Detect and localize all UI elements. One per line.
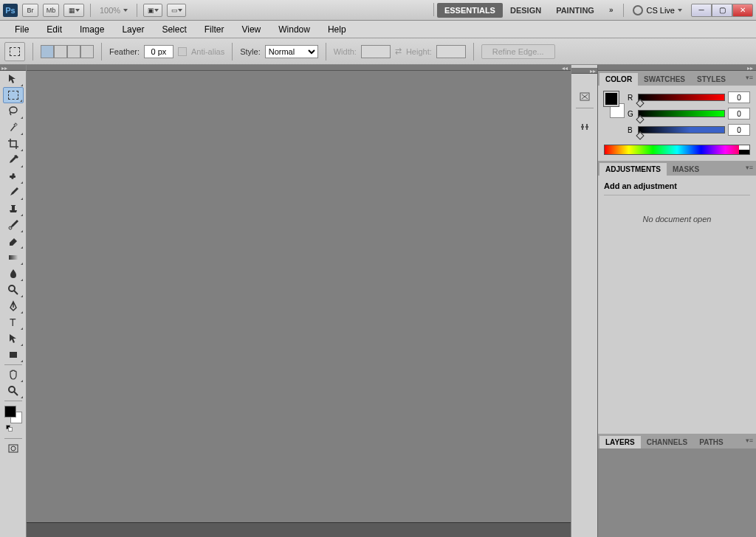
menu-image[interactable]: Image (71, 21, 113, 38)
fg-color-swatch[interactable] (604, 91, 619, 106)
menu-filter[interactable]: Filter (196, 21, 233, 38)
menu-layer[interactable]: Layer (113, 21, 153, 38)
selection-subtract-button[interactable] (67, 45, 80, 58)
rectangle-tool[interactable] (3, 347, 24, 363)
workspace-more-icon[interactable]: » (602, 3, 619, 18)
color-swatch-box[interactable] (604, 91, 625, 118)
move-tool[interactable] (3, 71, 24, 87)
tab-channels[interactable]: CHANNELS (641, 436, 694, 448)
b-input[interactable] (728, 124, 750, 136)
workspace-design[interactable]: DESIGN (503, 3, 549, 18)
lasso-tool[interactable] (3, 103, 24, 119)
svg-point-8 (9, 387, 15, 392)
cs-live-button[interactable]: CS Live (628, 5, 687, 15)
panel-menu-icon[interactable]: ▾≡ (746, 437, 753, 444)
menu-edit[interactable]: Edit (38, 21, 71, 38)
r-input[interactable] (728, 91, 750, 103)
bridge-button[interactable]: Br (22, 4, 38, 17)
minibridge-button[interactable]: Mb (43, 4, 59, 17)
adjustments-title: Add an adjustment (604, 181, 750, 190)
gradient-tool[interactable] (3, 249, 24, 266)
tab-paths[interactable]: PATHS (693, 436, 729, 448)
r-slider[interactable] (638, 94, 725, 101)
selection-new-button[interactable] (41, 45, 54, 58)
menu-file[interactable]: File (6, 21, 38, 38)
menu-window[interactable]: Window (269, 21, 319, 38)
clone-stamp-tool[interactable] (3, 201, 24, 217)
blur-tool[interactable] (3, 266, 24, 282)
adjustments-panel: ADJUSTMENTS MASKS ▾≡ Add an adjustment N… (598, 161, 756, 434)
color-swatches[interactable] (4, 406, 22, 423)
magic-wand-tool[interactable] (3, 119, 24, 136)
pen-tool[interactable] (3, 298, 24, 314)
style-select[interactable]: Normal (265, 45, 318, 58)
history-brush-tool[interactable] (3, 217, 24, 233)
crop-tool[interactable] (3, 136, 24, 152)
foreground-swatch[interactable] (4, 406, 16, 418)
tab-styles[interactable]: STYLES (691, 73, 732, 86)
path-selection-tool[interactable] (3, 330, 24, 347)
eyedropper-tool[interactable] (3, 152, 24, 168)
tab-swatches[interactable]: SWATCHES (638, 73, 691, 86)
zoom-display[interactable]: 100% (97, 6, 131, 15)
arrange-documents-button[interactable]: ▦ (63, 4, 84, 17)
svg-rect-4 (9, 255, 18, 260)
panel-menu-icon[interactable]: ▾≡ (746, 74, 753, 81)
color-spectrum[interactable] (604, 145, 750, 155)
window-controls: ─ ▢ ✕ (691, 4, 753, 17)
svg-point-0 (10, 107, 17, 113)
panel-dock: ▸▸ COLOR SWATCHES STYLES ▾≡ R G (597, 65, 756, 537)
properties-panel-icon[interactable] (576, 119, 594, 135)
r-label: R (628, 94, 635, 102)
workspace-essentials[interactable]: ESSENTIALS (437, 3, 503, 18)
healing-brush-tool[interactable] (3, 168, 24, 184)
selection-mode-group (41, 45, 94, 58)
zoom-tool[interactable] (3, 383, 24, 399)
tab-color[interactable]: COLOR (599, 73, 638, 86)
default-colors-icon[interactable] (6, 425, 12, 431)
app-bar: Ps Br Mb ▦ 100% ▣ ▭ ESSENTIALS DESIGN PA… (0, 0, 756, 21)
tab-adjustments[interactable]: ADJUSTMENTS (599, 163, 667, 176)
marquee-icon (10, 47, 20, 56)
separator (137, 4, 137, 17)
marquee-tool[interactable] (3, 87, 24, 103)
g-input[interactable] (728, 108, 750, 119)
status-bar (27, 522, 571, 537)
maximize-button[interactable]: ▢ (712, 4, 732, 17)
g-slider[interactable] (638, 110, 725, 117)
tab-layers[interactable]: LAYERS (599, 436, 641, 448)
width-label: Width: (334, 47, 357, 56)
cslive-icon (633, 5, 643, 15)
ps-logo: Ps (3, 4, 18, 17)
expand-arrows-icon[interactable]: ▸▸ (590, 68, 596, 75)
collapsed-panel-dock: ▸▸ (571, 65, 597, 537)
style-label: Style: (240, 47, 261, 56)
options-bar: Feather: Anti-alias Style: Normal Width:… (0, 38, 756, 65)
close-button[interactable]: ✕ (732, 4, 753, 17)
screen-mode-button[interactable]: ▣ (143, 4, 162, 17)
collapse-arrows-icon[interactable]: ◂◂ (562, 65, 568, 72)
main-area: ▸▸ T ◂◂ (0, 65, 756, 537)
feather-input[interactable] (144, 45, 173, 58)
b-slider[interactable] (638, 126, 725, 134)
hand-tool[interactable] (3, 367, 24, 383)
selection-intersect-button[interactable] (80, 45, 94, 58)
eraser-tool[interactable] (3, 233, 24, 249)
workspace-painting[interactable]: PAINTING (549, 3, 602, 18)
history-panel-icon[interactable] (576, 89, 594, 105)
antialias-label: Anti-alias (191, 47, 224, 56)
active-tool-chip[interactable] (4, 42, 25, 61)
brush-tool[interactable] (3, 184, 24, 201)
tab-masks[interactable]: MASKS (667, 163, 705, 176)
panel-menu-icon[interactable]: ▾≡ (746, 164, 753, 171)
menu-help[interactable]: Help (319, 21, 355, 38)
view-extras-button[interactable]: ▭ (167, 4, 186, 17)
type-tool[interactable]: T (3, 314, 24, 330)
dodge-tool[interactable] (3, 282, 24, 298)
selection-add-button[interactable] (54, 45, 67, 58)
menu-bar: File Edit Image Layer Select Filter View… (0, 21, 756, 38)
menu-select[interactable]: Select (153, 21, 195, 38)
minimize-button[interactable]: ─ (691, 4, 712, 17)
menu-view[interactable]: View (233, 21, 269, 38)
quick-mask-button[interactable] (3, 440, 24, 457)
